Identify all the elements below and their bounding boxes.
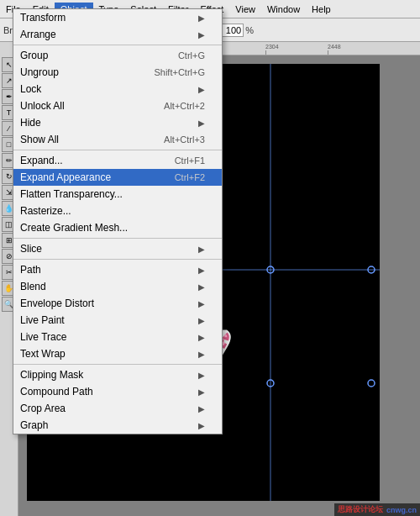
submenu-arrow: ▶	[198, 13, 205, 23]
menu-item-live-paint[interactable]: Live Paint ▶	[13, 312, 222, 329]
menu-item-show-all[interactable]: Show All Alt+Ctrl+3	[13, 131, 222, 148]
menubar-item-view[interactable]: View	[229, 3, 261, 16]
ruler-num-5: 2448	[328, 44, 341, 50]
submenu-arrow: ▶	[198, 245, 205, 254]
submenu-arrow: ▶	[198, 404, 205, 413]
menu-item-compound-path[interactable]: Compound Path ▶	[13, 383, 222, 400]
menu-item-text-wrap[interactable]: Text Wrap ▶	[13, 345, 222, 362]
menu-item-lock[interactable]: Lock ▶	[13, 81, 222, 97]
watermark: 思路设计论坛 cnwg.cn	[334, 503, 420, 516]
menu-item-expand-appearance[interactable]: Expand Appearance Ctrl+F2	[13, 169, 222, 186]
watermark-site2: cnwg.cn	[386, 506, 417, 514]
separator-4	[13, 259, 222, 260]
menu-item-graph[interactable]: Graph ▶	[13, 417, 222, 434]
submenu-arrow: ▶	[198, 282, 205, 292]
submenu-arrow: ▶	[198, 387, 205, 397]
submenu-arrow: ▶	[198, 316, 205, 325]
submenu-arrow: ▶	[198, 371, 205, 380]
submenu-arrow: ▶	[198, 266, 205, 275]
menu-item-flatten-transparency[interactable]: Flatten Transparency...	[13, 186, 222, 203]
menu-item-arrange[interactable]: Arrange ▶	[13, 26, 222, 43]
menu-item-envelope-distort[interactable]: Envelope Distort ▶	[13, 295, 222, 312]
separator-1	[13, 45, 222, 45]
menu-item-hide[interactable]: Hide ▶	[13, 114, 222, 131]
object-menu: Transform ▶ Arrange ▶ Group Ctrl+G Ungro…	[13, 8, 223, 434]
menu-item-live-trace[interactable]: Live Trace ▶	[13, 329, 222, 345]
submenu-arrow: ▶	[198, 118, 205, 128]
ruler-num-4: 2304	[265, 44, 279, 50]
separator-3	[13, 238, 222, 239]
submenu-arrow: ▶	[198, 421, 205, 430]
submenu-arrow: ▶	[198, 299, 205, 308]
opacity-unit: %	[245, 25, 254, 35]
menu-item-ungroup[interactable]: Ungroup Shift+Ctrl+G	[13, 64, 222, 81]
submenu-arrow: ▶	[198, 30, 205, 39]
menubar-item-help[interactable]: Help	[306, 3, 337, 16]
separator-5	[13, 364, 222, 365]
menubar-item-window[interactable]: Window	[261, 3, 306, 16]
menu-item-slice[interactable]: Slice ▶	[13, 240, 222, 257]
menu-item-clipping-mask[interactable]: Clipping Mask ▶	[13, 366, 222, 383]
menu-item-path[interactable]: Path ▶	[13, 261, 222, 278]
menu-item-expand[interactable]: Expand... Ctrl+F1	[13, 152, 222, 169]
menu-item-rasterize[interactable]: Rasterize...	[13, 203, 222, 219]
watermark-site1: 思路设计论坛	[338, 504, 383, 515]
menu-item-group[interactable]: Group Ctrl+G	[13, 47, 222, 64]
menu-item-blend[interactable]: Blend ▶	[13, 278, 222, 295]
menu-item-unlock-all[interactable]: Unlock All Alt+Ctrl+2	[13, 97, 222, 114]
submenu-arrow: ▶	[198, 350, 205, 359]
menu-item-transform[interactable]: Transform ▶	[13, 9, 222, 26]
menu-item-create-gradient-mesh[interactable]: Create Gradient Mesh...	[13, 219, 222, 236]
submenu-arrow: ▶	[198, 85, 205, 94]
submenu-arrow: ▶	[198, 333, 205, 342]
separator-2	[13, 150, 222, 150]
menu-item-crop-area[interactable]: Crop Area ▶	[13, 400, 222, 417]
